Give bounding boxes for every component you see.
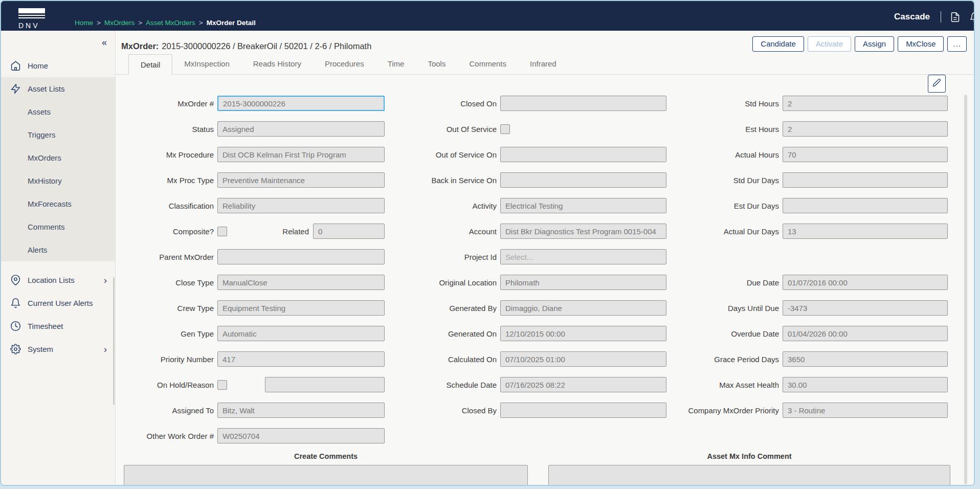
file-text-icon[interactable] (950, 12, 961, 23)
asset-mx-info-comment-textarea[interactable] (548, 465, 950, 486)
sidebar-item-location-lists[interactable]: Location Lists› (1, 269, 115, 292)
tab-mxinspection[interactable]: MxInspection (172, 54, 241, 74)
classification-label: Classification (116, 202, 217, 210)
tab-tools[interactable]: Tools (416, 54, 457, 74)
sidebar-item-mxforecasts[interactable]: MxForecasts (1, 192, 115, 215)
create-comments-textarea[interactable] (124, 465, 528, 486)
gen-type-input[interactable]: Automatic (217, 326, 385, 341)
top-navbar: DNV Home>MxOrders>Asset MxOrders>MxOrder… (1, 1, 974, 31)
generated-on-input[interactable]: 12/10/2015 00:00 (500, 326, 666, 341)
sidebar-item-home[interactable]: Home (1, 54, 115, 77)
tab-comments[interactable]: Comments (457, 54, 518, 74)
due-date-input[interactable]: 01/07/2016 00:00 (783, 275, 948, 290)
out-of-service-on-input[interactable] (500, 147, 666, 162)
max-asset-health-label: Max Asset Health (681, 381, 783, 389)
sidebar-scrollbar[interactable] (113, 277, 115, 405)
form-row: Est Hours2 (681, 116, 948, 142)
company-mxorder-priority-input[interactable]: 3 - Routine (783, 403, 948, 418)
sidebar-item-mxorders[interactable]: MxOrders (1, 146, 115, 169)
form-row: Closed On (398, 91, 666, 116)
sidebar-item-current-user-alerts[interactable]: Current User Alerts (1, 292, 115, 315)
edit-button[interactable] (928, 75, 946, 93)
form-row: ActivityElectrical Testing (398, 193, 666, 218)
breadcrumb-home[interactable]: Home (75, 19, 93, 27)
priority-number-input[interactable]: 417 (217, 351, 385, 367)
tab-infrared[interactable]: Infrared (518, 54, 568, 74)
related-input[interactable]: 0 (313, 224, 385, 239)
bell-icon[interactable] (969, 12, 975, 23)
sidebar-item-timesheet[interactable]: Timesheet (1, 315, 115, 338)
generated-by-input[interactable]: Dimaggio, Diane (500, 300, 666, 316)
est-dur-days-input[interactable] (783, 198, 948, 213)
crew-type-input[interactable]: Equipment Testing (217, 300, 385, 316)
back-in-service-on-input[interactable] (500, 172, 666, 188)
main-scrollbar[interactable] (964, 95, 967, 484)
assign-button[interactable]: Assign (855, 36, 894, 52)
sidebar-item-alerts[interactable]: Alerts (1, 238, 115, 261)
grace-period-days-input[interactable]: 3650 (783, 351, 948, 367)
sidebar-item-mxhistory[interactable]: MxHistory (1, 169, 115, 192)
original-location-input[interactable]: Philomath (500, 275, 666, 290)
mx-procedure-input[interactable]: Dist OCB Kelman First Trip Program (217, 147, 385, 162)
breadcrumb-mxorder-detail: MxOrder Detail (207, 19, 256, 27)
mx-proc-type-input[interactable]: Preventive Maintenance (217, 172, 385, 188)
other-work-order-input[interactable]: W0250704 (217, 428, 385, 443)
composite-checkbox[interactable] (217, 227, 227, 236)
more-button[interactable]: ... (947, 36, 967, 52)
close-type-input[interactable]: ManualClose (217, 275, 385, 290)
form-row: Actual Hours70 (681, 142, 948, 167)
days-until-due-input[interactable]: -3473 (783, 300, 948, 316)
activity-label: Activity (398, 202, 500, 210)
tab-reads-history[interactable]: Reads History (241, 54, 313, 74)
out-of-service-checkbox[interactable] (500, 124, 510, 134)
grace-period-days-label: Grace Period Days (681, 355, 783, 364)
closed-by-input[interactable] (500, 403, 666, 418)
mxclose-button[interactable]: MxClose (898, 36, 944, 52)
overdue-date-input[interactable]: 01/04/2026 00:00 (783, 326, 948, 341)
on-hold-reason-checkbox[interactable] (217, 380, 227, 390)
calculated-on-input[interactable]: 07/10/2025 01:00 (500, 351, 666, 367)
sidebar-item-triggers[interactable]: Triggers (1, 123, 115, 146)
classification-input[interactable]: Reliability (217, 198, 385, 213)
std-dur-days-label: Std Dur Days (681, 176, 783, 185)
days-until-due-label: Days Until Due (681, 304, 783, 313)
std-dur-days-input[interactable] (783, 172, 948, 188)
mxorder-input[interactable]: 2015-3000000226 (217, 96, 385, 111)
sidebar-item-comments[interactable]: Comments (1, 215, 115, 238)
tab-time[interactable]: Time (376, 54, 416, 74)
activate-button[interactable]: Activate (808, 36, 851, 52)
app-name: Cascade (894, 12, 930, 22)
max-asset-health-input[interactable]: 30.00 (783, 377, 948, 392)
create-comments-section: Create Comments (124, 452, 528, 486)
sidebar-item-assets[interactable]: Assets (1, 100, 115, 123)
actual-dur-days-input[interactable]: 13 (783, 224, 948, 239)
assigned-to-input[interactable]: Bitz, Walt (217, 403, 385, 418)
parent-mxorder-input[interactable] (217, 249, 385, 264)
breadcrumb-mxorders[interactable]: MxOrders (104, 19, 135, 27)
on-hold-reason-input[interactable] (265, 377, 385, 392)
original-location-label: Original Location (398, 278, 500, 287)
closed-on-input[interactable] (500, 96, 666, 111)
sidebar-item-system[interactable]: System› (1, 338, 115, 361)
mxorder-label: MxOrder # (116, 99, 217, 108)
sidebar-item-asset-lists[interactable]: Asset Lists (1, 77, 115, 100)
clock-icon (10, 321, 21, 331)
std-hours-input[interactable]: 2 (783, 96, 948, 111)
project-id-input[interactable]: Select... (500, 249, 666, 264)
schedule-date-input[interactable]: 07/16/2025 08:22 (500, 377, 666, 392)
asset-mx-info-comment-label: Asset Mx Info Comment (548, 452, 950, 460)
activity-input[interactable]: Electrical Testing (500, 198, 666, 213)
sidebar-collapse-icon[interactable]: « (102, 38, 107, 47)
tab-procedures[interactable]: Procedures (313, 54, 376, 74)
breadcrumb-asset-mxorders[interactable]: Asset MxOrders (146, 19, 195, 27)
form-row: ClassificationReliability (116, 193, 385, 218)
form-row: Out of Service On (398, 142, 666, 167)
form-row: Other Work Order #W0250704 (116, 423, 385, 449)
actual-hours-input[interactable]: 70 (783, 147, 948, 162)
tab-detail[interactable]: Detail (128, 54, 172, 75)
dnv-logo[interactable]: DNV (18, 8, 45, 30)
est-hours-input[interactable]: 2 (783, 121, 948, 137)
candidate-button[interactable]: Candidate (752, 36, 804, 52)
account-input[interactable]: Dist Bkr Diagnostics Test Program 0015-0… (500, 224, 666, 239)
status-input[interactable]: Assigned (217, 121, 385, 137)
